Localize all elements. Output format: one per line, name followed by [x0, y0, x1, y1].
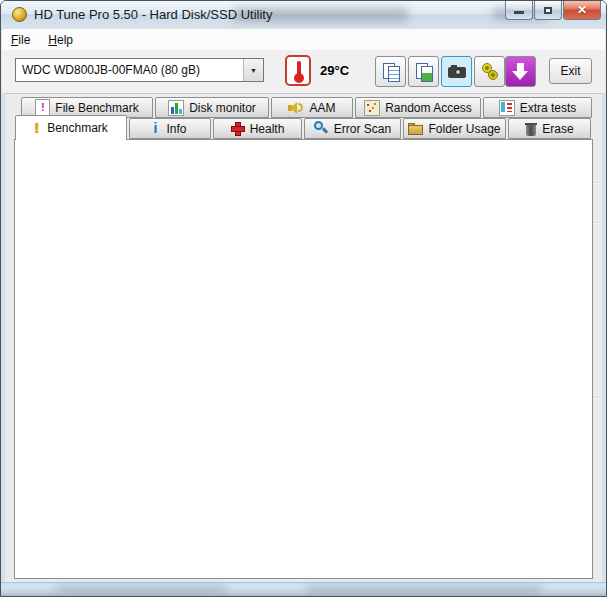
- tab-info[interactable]: i Info: [129, 118, 211, 139]
- temperature-value: 29°C: [320, 63, 349, 78]
- title-bar[interactable]: HD Tune Pro 5.50 - Hard Disk/SSD Utility…: [1, 1, 606, 30]
- glass-blur-artifact: [56, 586, 226, 593]
- glass-blur-artifact: [306, 586, 541, 593]
- toolbar: WDC WD800JB-00FMA0 (80 gB) ▼ 29°C: [2, 50, 605, 94]
- tab-benchmark[interactable]: ! Benchmark: [15, 115, 127, 140]
- tab-folder-usage[interactable]: Folder Usage: [403, 118, 506, 139]
- tab-health[interactable]: Health: [213, 118, 302, 139]
- tab-extra-tests[interactable]: Extra tests: [483, 97, 592, 118]
- window-left-border: [1, 93, 5, 582]
- speaker-icon: [288, 101, 304, 115]
- download-arrow-icon: [517, 63, 524, 71]
- drive-selector-value: WDC WD800JB-00FMA0 (80 gB): [16, 63, 243, 77]
- copy-to-clipboard-button[interactable]: [375, 56, 406, 87]
- folder-icon: [408, 123, 423, 135]
- extra-tests-icon: [499, 100, 515, 116]
- file-benchmark-icon: !: [35, 99, 50, 116]
- tab-error-scan[interactable]: Error Scan: [304, 118, 401, 139]
- minimize-icon: [514, 11, 524, 14]
- tab-random-access[interactable]: Random Access: [355, 97, 481, 118]
- tab-aam[interactable]: AAM: [271, 97, 353, 118]
- minimize-button[interactable]: [505, 1, 533, 20]
- window-bottom-border: [1, 582, 606, 597]
- menu-help[interactable]: Help: [39, 31, 82, 49]
- exit-button[interactable]: Exit: [549, 58, 592, 84]
- disk-monitor-icon: [168, 100, 184, 116]
- info-icon: i: [153, 121, 161, 136]
- random-access-icon: [364, 100, 380, 116]
- tab-disk-monitor[interactable]: Disk monitor: [155, 97, 269, 118]
- window-right-border: [602, 93, 606, 582]
- restore-icon: [544, 7, 552, 14]
- close-icon: ✕: [577, 3, 587, 17]
- update-check-button[interactable]: [505, 56, 536, 87]
- screenshot-button[interactable]: [441, 56, 472, 87]
- chevron-down-icon[interactable]: ▼: [243, 59, 263, 81]
- app-window: HD Tune Pro 5.50 - Hard Disk/SSD Utility…: [0, 0, 607, 597]
- magnifier-icon: [314, 121, 329, 136]
- restore-button[interactable]: [534, 1, 562, 20]
- options-button[interactable]: [474, 56, 505, 87]
- menu-bar: File Help: [2, 29, 605, 51]
- window-title: HD Tune Pro 5.50 - Hard Disk/SSD Utility: [34, 7, 272, 22]
- close-button[interactable]: ✕: [563, 1, 601, 20]
- app-icon: [12, 7, 27, 22]
- benchmark-page: [14, 139, 593, 579]
- tab-erase[interactable]: Erase: [508, 118, 591, 139]
- menu-file[interactable]: File: [2, 31, 39, 49]
- trash-icon: [525, 122, 537, 136]
- temperature-indicator: [285, 55, 311, 86]
- health-cross-icon: [231, 122, 245, 136]
- drive-selector[interactable]: WDC WD800JB-00FMA0 (80 gB) ▼: [15, 58, 264, 82]
- copy-image-button[interactable]: [408, 56, 439, 87]
- benchmark-icon: !: [34, 120, 42, 136]
